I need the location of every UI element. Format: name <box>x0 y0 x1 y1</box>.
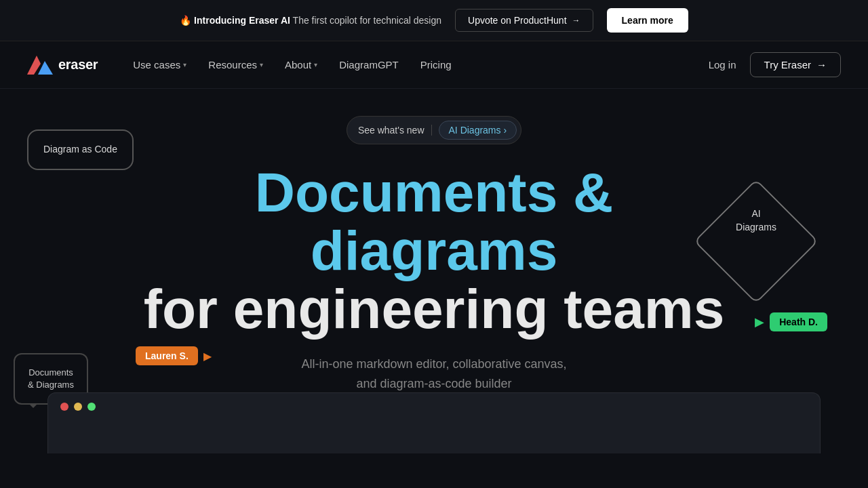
nav-item-resources[interactable]: Resources ▾ <box>200 55 271 75</box>
cursor-lauren-icon: ▶ <box>203 350 212 363</box>
chevron-down-icon: ▾ <box>314 61 317 68</box>
nav-item-pricing[interactable]: Pricing <box>412 55 460 75</box>
svg-marker-0 <box>27 56 41 75</box>
badge-divider <box>431 125 432 136</box>
try-eraser-button[interactable]: Try Eraser → <box>750 52 841 77</box>
ai-diagrams-link[interactable]: AI Diagrams › <box>439 121 517 140</box>
announcement-text: 🔥 Introducing Eraser AI The first copilo… <box>180 15 441 26</box>
chevron-down-icon: ▾ <box>183 61 186 68</box>
nav-item-diagramgpt[interactable]: DiagramGPT <box>331 55 407 75</box>
upvote-label: Upvote on ProductHunt <box>468 15 567 26</box>
logo-text: eraser <box>58 57 98 73</box>
float-ai-diagrams-label: AIDiagrams <box>717 207 795 234</box>
learn-more-button[interactable]: Learn more <box>607 8 688 33</box>
window-dot-green <box>87 403 96 411</box>
cursor-heath-icon: ▶ <box>755 314 764 329</box>
window-dot-red <box>60 403 68 411</box>
nav-left: eraser Use cases ▾ Resources ▾ About ▾ D… <box>27 55 460 75</box>
window-dot-yellow <box>74 403 82 411</box>
nav-item-about[interactable]: About ▾ <box>277 55 326 75</box>
float-heath: ▶ Heath D. <box>755 312 827 331</box>
hero-title-line2: for engineering teams <box>129 280 739 338</box>
lauren-badge: Lauren S. <box>136 346 198 365</box>
float-lauren: Lauren S. ▶ <box>136 346 212 365</box>
navbar: eraser Use cases ▾ Resources ▾ About ▾ D… <box>0 41 868 89</box>
hero-subtitle: All-in-one markdown editor, collaborativ… <box>301 354 566 394</box>
hero-title-line1: Documents & diagrams <box>129 163 739 280</box>
new-badge: See what's new AI Diagrams › <box>347 116 521 144</box>
nav-links: Use cases ▾ Resources ▾ About ▾ DiagramG… <box>125 55 459 75</box>
upvote-arrow: → <box>572 16 580 25</box>
login-button[interactable]: Log in <box>709 59 736 70</box>
float-diagram-code: Diagram as Code <box>27 129 134 170</box>
hero-section: Diagram as Code See what's new AI Diagra… <box>0 89 868 453</box>
hero-title: Documents & diagrams for engineering tea… <box>129 163 739 338</box>
window-traffic-lights <box>48 393 820 420</box>
announcement-intro: 🔥 Introducing Eraser AI <box>180 15 290 26</box>
logo-icon <box>27 56 53 75</box>
heath-badge: Heath D. <box>770 312 827 331</box>
nav-item-use-cases[interactable]: Use cases ▾ <box>125 55 195 75</box>
nav-right: Log in Try Eraser → <box>709 52 841 77</box>
upvote-button[interactable]: Upvote on ProductHunt → <box>455 9 593 32</box>
badge-text: See what's new <box>358 125 425 136</box>
window-preview <box>47 392 821 453</box>
announcement-bar: 🔥 Introducing Eraser AI The first copilo… <box>0 0 868 41</box>
logo[interactable]: eraser <box>27 56 98 75</box>
chevron-down-icon: ▾ <box>260 61 263 68</box>
try-arrow-icon: → <box>816 59 827 70</box>
